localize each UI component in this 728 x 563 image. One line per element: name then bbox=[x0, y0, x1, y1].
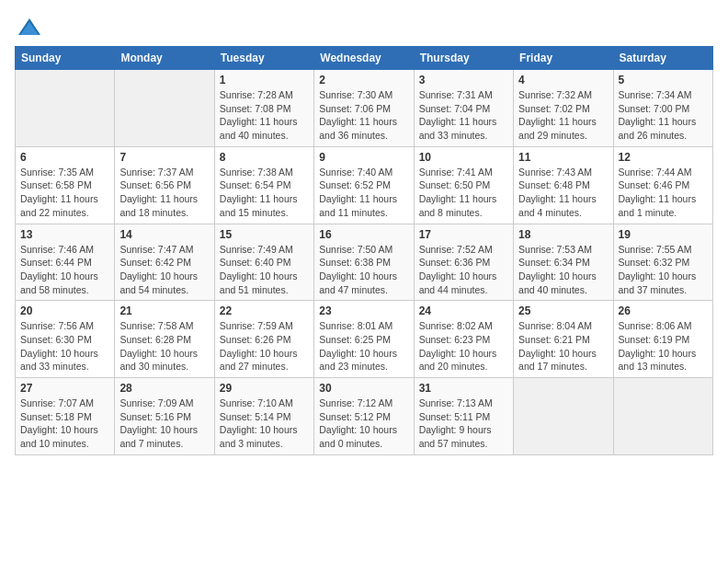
page-header bbox=[15, 15, 713, 35]
day-detail: Sunrise: 7:32 AMSunset: 7:02 PMDaylight:… bbox=[518, 88, 608, 143]
day-number: 11 bbox=[518, 151, 608, 164]
calendar-cell: 11Sunrise: 7:43 AMSunset: 6:48 PMDayligh… bbox=[514, 146, 613, 224]
day-number: 22 bbox=[220, 304, 309, 317]
calendar-cell: 10Sunrise: 7:41 AMSunset: 6:50 PMDayligh… bbox=[414, 146, 513, 224]
day-number: 20 bbox=[20, 304, 109, 317]
day-number: 15 bbox=[220, 228, 309, 241]
day-detail: Sunrise: 7:50 AMSunset: 6:38 PMDaylight:… bbox=[319, 243, 408, 297]
calendar-cell: 8Sunrise: 7:38 AMSunset: 6:54 PMDaylight… bbox=[214, 146, 313, 224]
calendar-cell: 24Sunrise: 8:02 AMSunset: 6:23 PMDayligh… bbox=[414, 301, 513, 378]
day-number: 24 bbox=[419, 304, 508, 317]
day-detail: Sunrise: 8:06 AMSunset: 6:19 PMDaylight:… bbox=[619, 319, 708, 373]
calendar-cell: 21Sunrise: 7:58 AMSunset: 6:28 PMDayligh… bbox=[115, 301, 214, 378]
day-number: 7 bbox=[119, 151, 209, 164]
calendar-cell: 16Sunrise: 7:50 AMSunset: 6:38 PMDayligh… bbox=[314, 224, 414, 301]
day-detail: Sunrise: 7:37 AMSunset: 6:56 PMDaylight:… bbox=[119, 166, 209, 220]
day-detail: Sunrise: 7:07 AMSunset: 5:18 PMDaylight:… bbox=[20, 396, 109, 451]
calendar-cell: 19Sunrise: 7:55 AMSunset: 6:32 PMDayligh… bbox=[613, 224, 712, 301]
day-number: 31 bbox=[419, 382, 508, 395]
col-header-wednesday: Wednesday bbox=[314, 47, 414, 70]
day-number: 23 bbox=[319, 304, 408, 317]
calendar-cell: 26Sunrise: 8:06 AMSunset: 6:19 PMDayligh… bbox=[613, 301, 712, 378]
day-number: 2 bbox=[319, 74, 408, 86]
day-number: 12 bbox=[619, 151, 708, 164]
calendar-cell: 23Sunrise: 8:01 AMSunset: 6:25 PMDayligh… bbox=[314, 301, 414, 378]
calendar-week-2: 6Sunrise: 7:35 AMSunset: 6:58 PMDaylight… bbox=[16, 146, 713, 224]
day-number: 1 bbox=[220, 74, 309, 86]
calendar-week-1: 1Sunrise: 7:28 AMSunset: 7:08 PMDaylight… bbox=[16, 70, 713, 147]
day-number: 28 bbox=[119, 382, 209, 395]
day-detail: Sunrise: 7:58 AMSunset: 6:28 PMDaylight:… bbox=[119, 319, 209, 373]
calendar-cell: 15Sunrise: 7:49 AMSunset: 6:40 PMDayligh… bbox=[214, 224, 313, 301]
logo-icon bbox=[17, 15, 42, 40]
calendar-cell: 29Sunrise: 7:10 AMSunset: 5:14 PMDayligh… bbox=[214, 378, 313, 455]
calendar-cell: 22Sunrise: 7:59 AMSunset: 6:26 PMDayligh… bbox=[214, 301, 313, 378]
day-detail: Sunrise: 7:30 AMSunset: 7:06 PMDaylight:… bbox=[319, 88, 408, 143]
day-detail: Sunrise: 8:02 AMSunset: 6:23 PMDaylight:… bbox=[419, 319, 508, 373]
calendar-cell bbox=[16, 70, 115, 147]
day-detail: Sunrise: 7:55 AMSunset: 6:32 PMDaylight:… bbox=[619, 243, 708, 297]
day-number: 30 bbox=[319, 382, 408, 395]
day-detail: Sunrise: 7:40 AMSunset: 6:52 PMDaylight:… bbox=[319, 166, 408, 220]
calendar-cell: 18Sunrise: 7:53 AMSunset: 6:34 PMDayligh… bbox=[514, 224, 613, 301]
day-number: 18 bbox=[518, 228, 608, 241]
calendar-cell: 3Sunrise: 7:31 AMSunset: 7:04 PMDaylight… bbox=[414, 70, 513, 147]
day-number: 3 bbox=[419, 74, 508, 86]
col-header-sunday: Sunday bbox=[16, 47, 115, 70]
day-detail: Sunrise: 7:44 AMSunset: 6:46 PMDaylight:… bbox=[619, 166, 708, 220]
calendar-cell: 17Sunrise: 7:52 AMSunset: 6:36 PMDayligh… bbox=[414, 224, 513, 301]
day-number: 16 bbox=[319, 228, 408, 241]
col-header-friday: Friday bbox=[514, 47, 613, 70]
day-detail: Sunrise: 7:59 AMSunset: 6:26 PMDaylight:… bbox=[220, 319, 309, 373]
day-number: 5 bbox=[619, 74, 708, 86]
day-detail: Sunrise: 7:49 AMSunset: 6:40 PMDaylight:… bbox=[220, 243, 309, 297]
day-detail: Sunrise: 7:41 AMSunset: 6:50 PMDaylight:… bbox=[419, 166, 508, 220]
calendar-cell: 30Sunrise: 7:12 AMSunset: 5:12 PMDayligh… bbox=[314, 378, 414, 455]
calendar-cell: 7Sunrise: 7:37 AMSunset: 6:56 PMDaylight… bbox=[115, 146, 214, 224]
day-number: 27 bbox=[20, 382, 109, 395]
col-header-tuesday: Tuesday bbox=[214, 47, 313, 70]
day-number: 17 bbox=[419, 228, 508, 241]
day-detail: Sunrise: 7:13 AMSunset: 5:11 PMDaylight:… bbox=[419, 396, 508, 451]
calendar-cell: 27Sunrise: 7:07 AMSunset: 5:18 PMDayligh… bbox=[16, 378, 115, 455]
calendar-cell: 20Sunrise: 7:56 AMSunset: 6:30 PMDayligh… bbox=[16, 301, 115, 378]
col-header-thursday: Thursday bbox=[414, 47, 513, 70]
day-detail: Sunrise: 7:28 AMSunset: 7:08 PMDaylight:… bbox=[220, 88, 309, 143]
day-detail: Sunrise: 7:38 AMSunset: 6:54 PMDaylight:… bbox=[220, 166, 309, 220]
header-row: SundayMondayTuesdayWednesdayThursdayFrid… bbox=[16, 47, 713, 70]
day-detail: Sunrise: 7:31 AMSunset: 7:04 PMDaylight:… bbox=[419, 88, 508, 143]
calendar-week-5: 27Sunrise: 7:07 AMSunset: 5:18 PMDayligh… bbox=[16, 378, 713, 455]
day-detail: Sunrise: 7:34 AMSunset: 7:00 PMDaylight:… bbox=[619, 88, 708, 143]
day-number: 8 bbox=[220, 151, 309, 164]
day-detail: Sunrise: 7:46 AMSunset: 6:44 PMDaylight:… bbox=[20, 243, 109, 297]
col-header-monday: Monday bbox=[115, 47, 214, 70]
calendar-cell: 31Sunrise: 7:13 AMSunset: 5:11 PMDayligh… bbox=[414, 378, 513, 455]
day-number: 25 bbox=[518, 304, 608, 317]
calendar-cell: 28Sunrise: 7:09 AMSunset: 5:16 PMDayligh… bbox=[115, 378, 214, 455]
day-number: 14 bbox=[119, 228, 209, 241]
calendar-cell: 25Sunrise: 8:04 AMSunset: 6:21 PMDayligh… bbox=[514, 301, 613, 378]
calendar-cell: 6Sunrise: 7:35 AMSunset: 6:58 PMDaylight… bbox=[16, 146, 115, 224]
day-number: 9 bbox=[319, 151, 408, 164]
calendar-cell: 1Sunrise: 7:28 AMSunset: 7:08 PMDaylight… bbox=[214, 70, 313, 147]
day-detail: Sunrise: 7:35 AMSunset: 6:58 PMDaylight:… bbox=[20, 166, 109, 220]
day-detail: Sunrise: 7:43 AMSunset: 6:48 PMDaylight:… bbox=[518, 166, 608, 220]
calendar-cell bbox=[115, 70, 214, 147]
day-detail: Sunrise: 7:12 AMSunset: 5:12 PMDaylight:… bbox=[319, 396, 408, 451]
calendar-week-4: 20Sunrise: 7:56 AMSunset: 6:30 PMDayligh… bbox=[16, 301, 713, 378]
calendar-table: SundayMondayTuesdayWednesdayThursdayFrid… bbox=[15, 46, 713, 455]
calendar-cell: 14Sunrise: 7:47 AMSunset: 6:42 PMDayligh… bbox=[115, 224, 214, 301]
calendar-week-3: 13Sunrise: 7:46 AMSunset: 6:44 PMDayligh… bbox=[16, 224, 713, 301]
day-detail: Sunrise: 7:47 AMSunset: 6:42 PMDaylight:… bbox=[119, 243, 209, 297]
day-number: 19 bbox=[619, 228, 708, 241]
day-detail: Sunrise: 8:01 AMSunset: 6:25 PMDaylight:… bbox=[319, 319, 408, 373]
day-number: 10 bbox=[419, 151, 508, 164]
day-number: 29 bbox=[220, 382, 309, 395]
day-detail: Sunrise: 7:53 AMSunset: 6:34 PMDaylight:… bbox=[518, 243, 608, 297]
calendar-cell: 2Sunrise: 7:30 AMSunset: 7:06 PMDaylight… bbox=[314, 70, 414, 147]
col-header-saturday: Saturday bbox=[613, 47, 712, 70]
calendar-cell bbox=[514, 378, 613, 455]
calendar-cell: 5Sunrise: 7:34 AMSunset: 7:00 PMDaylight… bbox=[613, 70, 712, 147]
calendar-cell: 9Sunrise: 7:40 AMSunset: 6:52 PMDaylight… bbox=[314, 146, 414, 224]
calendar-cell: 13Sunrise: 7:46 AMSunset: 6:44 PMDayligh… bbox=[16, 224, 115, 301]
